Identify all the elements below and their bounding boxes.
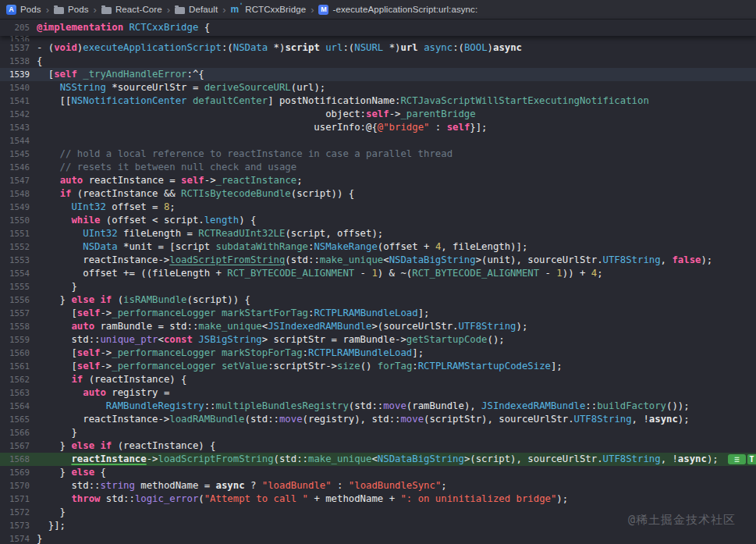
line-number[interactable]: 1560 bbox=[0, 347, 37, 360]
line-number[interactable]: 1574 bbox=[0, 532, 37, 544]
code-line-1538[interactable]: 1538{ bbox=[0, 55, 756, 68]
breadcrumb-item-rctcxxbridge-file[interactable]: mRCTCxxBridge bbox=[231, 4, 307, 15]
line-number[interactable]: 1549 bbox=[0, 201, 37, 214]
truncated-annotation[interactable]: T bbox=[747, 454, 756, 464]
line-number[interactable]: 1543 bbox=[0, 121, 37, 134]
line-number[interactable]: 1544 bbox=[0, 134, 37, 148]
line-number[interactable]: 1546 bbox=[0, 161, 37, 174]
line-number[interactable]: 1536 bbox=[0, 36, 37, 41]
line-number[interactable]: 1561 bbox=[0, 360, 37, 373]
code-line-1536[interactable]: 1536 bbox=[0, 36, 756, 41]
line-number[interactable]: 1551 bbox=[0, 227, 37, 240]
line-number[interactable]: 1564 bbox=[0, 400, 37, 413]
line-number[interactable]: 1567 bbox=[0, 439, 37, 453]
line-number[interactable]: 1558 bbox=[0, 320, 37, 333]
code-line-1550[interactable]: 1550 while (offset < script.length) { bbox=[0, 214, 756, 227]
code-line-1539[interactable]: 1539 [self _tryAndHandleError:^{ bbox=[0, 68, 756, 81]
line-number[interactable]: 1555 bbox=[0, 280, 37, 293]
code-line-1537[interactable]: 1537- (void)executeApplicationScript:(NS… bbox=[0, 41, 756, 55]
code-token: executeApplicationScript bbox=[83, 42, 222, 53]
line-number[interactable]: 205 bbox=[0, 21, 37, 34]
code-line-1561[interactable]: 1561 [self->_performanceLogger setValue:… bbox=[0, 360, 756, 373]
line-content: NSData *unit = [script subdataWithRange:… bbox=[37, 240, 756, 254]
line-number[interactable]: 1556 bbox=[0, 293, 37, 307]
line-number[interactable]: 1562 bbox=[0, 373, 37, 386]
line-number[interactable]: 1569 bbox=[0, 466, 37, 479]
code-line-1549[interactable]: 1549 UInt32 offset = 8; bbox=[0, 201, 756, 214]
code-line-1565[interactable]: 1565 reactInstance->loadRAMBundle(std::m… bbox=[0, 413, 756, 426]
code-line-1544[interactable]: 1544 bbox=[0, 134, 756, 148]
line-number[interactable]: 1557 bbox=[0, 307, 37, 320]
line-number[interactable]: 1553 bbox=[0, 254, 37, 267]
line-number[interactable]: 1573 bbox=[0, 519, 37, 532]
code-editor[interactable]: 205@implementation RCTCxxBridge { 1536 1… bbox=[0, 20, 756, 544]
code-token: )) + bbox=[563, 268, 591, 279]
code-line-1554[interactable]: 1554 offset += ((fileLength + RCT_BYTECO… bbox=[0, 267, 756, 280]
line-number[interactable]: 1559 bbox=[0, 333, 37, 347]
code-token: NSDataBigString bbox=[389, 254, 476, 265]
line-number[interactable]: 1538 bbox=[0, 55, 37, 68]
line-number[interactable]: 1545 bbox=[0, 148, 37, 161]
breadcrumb-item-pods-group[interactable]: Pods bbox=[54, 5, 89, 14]
code-line-1558[interactable]: 1558 auto ramBundle = std::make_unique<J… bbox=[0, 320, 756, 333]
line-number[interactable]: 1552 bbox=[0, 240, 37, 254]
code-token: ( bbox=[112, 294, 123, 305]
line-number[interactable]: 1537 bbox=[0, 41, 37, 55]
code-line-1543[interactable]: 1543 userInfo:@{@"bridge" : self}]; bbox=[0, 121, 756, 134]
code-line-1571[interactable]: 1571 throw std::logic_error("Attempt to … bbox=[0, 492, 756, 506]
code-token: subdataWithRange bbox=[216, 241, 308, 252]
code-line-1563[interactable]: 1563 auto registry = bbox=[0, 386, 756, 400]
breadcrumb-item-react-core[interactable]: React-Core bbox=[101, 5, 162, 14]
sticky-declaration-line[interactable]: 205@implementation RCTCxxBridge { bbox=[0, 20, 756, 36]
code-line-1540[interactable]: 1540 NSString *sourceUrlStr = deriveSour… bbox=[0, 81, 756, 94]
code-token: UTF8String bbox=[603, 254, 661, 265]
code-line-1556[interactable]: 1556 } else if (isRAMBundle(script)) { bbox=[0, 293, 756, 307]
breadcrumb-item-default[interactable]: Default bbox=[175, 5, 218, 14]
line-number[interactable]: 1540 bbox=[0, 81, 37, 94]
code-line-1548[interactable]: 1548 if (reactInstance && RCTIsBytecodeB… bbox=[0, 187, 756, 201]
code-area[interactable]: 1537- (void)executeApplicationScript:(NS… bbox=[0, 41, 756, 544]
code-line-1555[interactable]: 1555 } bbox=[0, 280, 756, 293]
code-line-1551[interactable]: 1551 UInt32 fileLength = RCTReadUInt32LE… bbox=[0, 227, 756, 240]
line-number[interactable]: 1539 bbox=[0, 68, 37, 81]
line-number[interactable]: 1570 bbox=[0, 479, 37, 492]
line-number[interactable]: 1542 bbox=[0, 108, 37, 121]
code-line-1546[interactable]: 1546 // resets it between null check and… bbox=[0, 161, 756, 174]
code-line-1562[interactable]: 1562 if (reactInstance) { bbox=[0, 373, 756, 386]
breadcrumb-item-method[interactable]: M-executeApplicationScript:url:async: bbox=[318, 5, 477, 15]
code-line-1552[interactable]: 1552 NSData *unit = [script subdataWithR… bbox=[0, 240, 756, 254]
line-number[interactable]: 1547 bbox=[0, 174, 37, 187]
code-line-1569[interactable]: 1569 } else { bbox=[0, 466, 756, 479]
line-number[interactable]: 1550 bbox=[0, 214, 37, 227]
line-number[interactable]: 1568 bbox=[0, 453, 37, 466]
code-line-1566[interactable]: 1566 } bbox=[0, 426, 756, 439]
code-token bbox=[216, 361, 222, 372]
code-line-1564[interactable]: 1564 RAMBundleRegistry::multipleBundlesR… bbox=[0, 400, 756, 413]
breadcrumb-item-pods-project[interactable]: APods bbox=[6, 5, 41, 15]
line-number[interactable]: 1563 bbox=[0, 386, 37, 400]
code-line-1553[interactable]: 1553 reactInstance->loadScriptFromString… bbox=[0, 254, 756, 267]
line-number[interactable]: 1541 bbox=[0, 94, 37, 108]
code-line-1557[interactable]: 1557 [self->_performanceLogger markStart… bbox=[0, 307, 756, 320]
line-number[interactable]: 1572 bbox=[0, 506, 37, 519]
line-number[interactable]: 1566 bbox=[0, 426, 37, 439]
code-line-1547[interactable]: 1547 auto reactInstance = self->_reactIn… bbox=[0, 174, 756, 187]
code-line-1574[interactable]: 1574} bbox=[0, 532, 756, 544]
code-line-205[interactable]: 205@implementation RCTCxxBridge { bbox=[0, 20, 756, 36]
code-token: UTF8String bbox=[603, 453, 661, 464]
line-number[interactable]: 1565 bbox=[0, 413, 37, 426]
code-line-1545[interactable]: 1545 // hold a local reference to reactI… bbox=[0, 148, 756, 161]
code-line-1568[interactable]: 1568 reactInstance->loadScriptFromString… bbox=[0, 453, 756, 466]
code-token: offset += ((fileLength + bbox=[37, 268, 227, 279]
code-line-1560[interactable]: 1560 [self->_performanceLogger markStopF… bbox=[0, 347, 756, 360]
code-line-1570[interactable]: 1570 std::string methodName = async ? "l… bbox=[0, 479, 756, 492]
line-number[interactable]: 1554 bbox=[0, 267, 37, 280]
code-line-1559[interactable]: 1559 std::unique_ptr<const JSBigString> … bbox=[0, 333, 756, 347]
line-number[interactable]: 1548 bbox=[0, 187, 37, 201]
code-line-1542[interactable]: 1542 object:self->_parentBridge bbox=[0, 108, 756, 121]
line-number[interactable]: 1571 bbox=[0, 492, 37, 506]
code-line-1567[interactable]: 1567 } else if (reactInstance) { bbox=[0, 439, 756, 453]
change-indicator-badge[interactable]: ≡ bbox=[728, 454, 746, 464]
code-line-1541[interactable]: 1541 [[NSNotificationCenter defaultCente… bbox=[0, 94, 756, 108]
code-token: auto bbox=[71, 321, 94, 332]
